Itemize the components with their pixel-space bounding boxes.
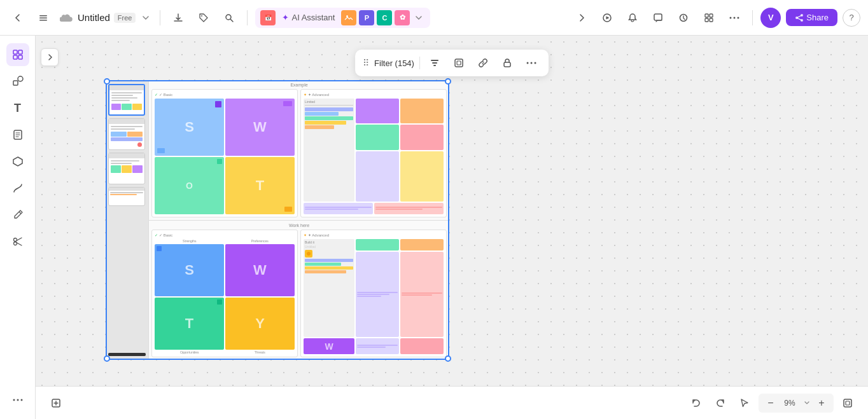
svg-rect-36 (432, 62, 437, 64)
advanced-work-grid: Build it Untitled (304, 239, 444, 338)
sidebar-item-scissors[interactable] (6, 230, 29, 253)
help-button[interactable]: ? (843, 9, 860, 27)
content-panel: Example ✓ ✓ Basic S (149, 80, 449, 360)
help-label: ? (849, 13, 853, 22)
zoom-in-button[interactable]: + (815, 396, 829, 410)
work-swot-y: Y (225, 298, 295, 350)
filter-grid-icon: ⠿ (363, 58, 369, 68)
dropdown-button[interactable] (139, 11, 152, 24)
left-sidebar: T (0, 36, 36, 419)
pointer-button[interactable] (734, 393, 755, 413)
sidebar-item-objects[interactable] (6, 150, 29, 173)
chat-button[interactable] (648, 8, 668, 28)
page-thumb-4[interactable] (108, 187, 145, 206)
work-bottom-mid (356, 338, 399, 354)
more-button[interactable] (724, 8, 745, 28)
tag-button[interactable] (193, 8, 214, 28)
filter-frame-button[interactable] (449, 53, 468, 72)
sidebar-item-frames[interactable] (6, 43, 29, 66)
filter-label: Filter (154) (374, 58, 414, 68)
work-grid: ✓ ✓ Basic Strengths Preferences S (151, 230, 447, 358)
board-wrapper[interactable]: Example ✓ ✓ Basic S (106, 80, 449, 360)
svg-point-32 (13, 399, 15, 401)
svg-rect-46 (846, 401, 850, 405)
back-button[interactable] (8, 8, 28, 28)
menu-button[interactable] (33, 8, 53, 28)
ai-assistant-button[interactable]: ✦ AI Assistant (278, 10, 339, 25)
c-icon: C (377, 10, 392, 25)
zoom-group: − 9% + (759, 394, 834, 413)
work-w-card: W (304, 338, 354, 354)
notification-button[interactable] (622, 8, 643, 28)
work-swot-grid: S W T Y (155, 244, 295, 350)
add-frame-button[interactable] (46, 393, 66, 413)
top-toolbar: Untitled Free (0, 0, 868, 36)
svg-rect-8 (654, 14, 662, 20)
work-mid-col (356, 239, 399, 338)
canvas-area[interactable]: ⠿ Filter (154) (36, 36, 868, 419)
page-thumb-3[interactable] (108, 153, 145, 184)
page-thumb-2[interactable] (108, 118, 145, 150)
sidebar-item-shapes[interactable] (6, 70, 29, 93)
work-right-col (400, 239, 444, 338)
download-button[interactable] (168, 8, 188, 28)
undo-button[interactable] (686, 393, 706, 413)
sidebar-item-notes[interactable] (6, 123, 29, 146)
img-icon (341, 10, 356, 25)
bottom-left-card (304, 203, 373, 214)
filter-divider (419, 57, 420, 69)
search-button[interactable] (219, 8, 239, 28)
expand-right-button[interactable] (571, 8, 592, 28)
share-button[interactable]: Share (786, 9, 837, 26)
sidebar-item-more[interactable] (6, 388, 29, 411)
svg-rect-2 (39, 20, 47, 21)
svg-rect-35 (431, 60, 438, 61)
redo-button[interactable] (710, 393, 731, 413)
bottom-rows (304, 203, 444, 214)
svg-point-43 (534, 62, 536, 64)
sidebar-item-pencil[interactable] (6, 203, 29, 226)
fit-button[interactable] (837, 393, 858, 413)
svg-rect-11 (710, 14, 713, 17)
integrations-chevron[interactable] (412, 11, 425, 24)
work-section: Work here ✓ ✓ Basic Strengths Preferen (149, 221, 449, 361)
diagram-col: Limited (304, 99, 354, 202)
ai-assistant-label: AI Assistant (291, 13, 335, 22)
filter-more-button[interactable] (522, 53, 541, 72)
title-group: Untitled Free (59, 10, 152, 25)
zoom-out-button[interactable]: − (764, 396, 778, 410)
avatar: V (760, 8, 781, 28)
advanced-label-example: ✦ ✦ Advanced (304, 92, 444, 97)
work-right-main (400, 252, 444, 338)
swot-w: W (225, 99, 295, 156)
play-button[interactable] (597, 8, 617, 28)
work-mid-main (356, 252, 399, 338)
sidebar-item-text[interactable]: T (6, 97, 29, 120)
work-bottom-right (400, 338, 444, 354)
integrations-bar: 📅 ✦ AI Assistant P C ✿ (255, 8, 430, 28)
pink-icon: ✿ (395, 10, 410, 25)
page-thumb-active[interactable] (108, 84, 145, 116)
svg-rect-40 (504, 62, 510, 67)
advanced-grid-example: Limited (304, 99, 444, 202)
svg-point-3 (201, 15, 202, 17)
panel-spacer (108, 209, 146, 350)
svg-point-41 (526, 62, 528, 64)
filter-align-button[interactable] (425, 53, 444, 72)
grid-button[interactable] (699, 8, 719, 28)
p-icon: P (359, 10, 374, 25)
svg-rect-25 (18, 55, 22, 59)
svg-point-34 (20, 399, 22, 401)
zoom-dropdown-button[interactable] (802, 398, 812, 408)
swot-t: T (225, 157, 295, 214)
filter-lock-button[interactable] (498, 53, 517, 72)
filter-link-button[interactable] (473, 53, 493, 72)
expand-left-button[interactable] (41, 48, 59, 66)
page-title: Untitled (78, 12, 110, 23)
example-grid: ✓ ✓ Basic S W (151, 89, 447, 217)
sidebar-item-connectors[interactable] (6, 177, 29, 200)
work-swot-t: T (155, 298, 224, 350)
history-button[interactable] (673, 8, 694, 28)
work-swot-s: S (155, 244, 224, 296)
svg-line-20 (797, 15, 802, 18)
